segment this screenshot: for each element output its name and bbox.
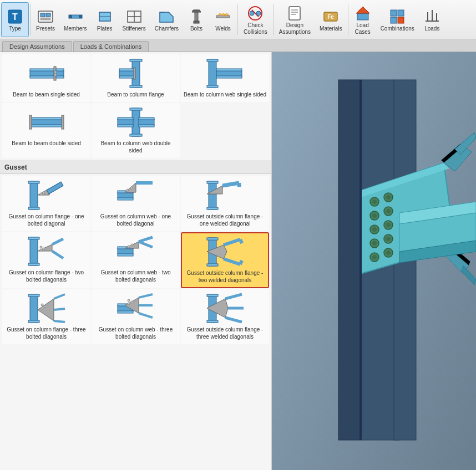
svg-rect-5 (40, 18, 50, 20)
gusset-col-flange-one-bolted-icon (27, 180, 66, 211)
beam-to-column-web-single-item[interactable]: Beam to column web single sided (181, 54, 269, 102)
svg-rect-33 (398, 10, 404, 16)
design-assumptions-label: DesignAssumptions (279, 22, 311, 35)
gusset-col-flange-one-bolted-item[interactable]: Gusset on column flange - one bolted dia… (2, 176, 90, 231)
svg-point-89 (130, 187, 133, 189)
svg-rect-44 (56, 70, 64, 76)
svg-line-125 (54, 294, 65, 299)
toolbar-loads-button[interactable]: Loads (419, 2, 445, 37)
svg-rect-62 (30, 119, 63, 125)
gusset-col-web-two-bolted-item[interactable]: Gusset on column web - two bolted diagon… (92, 232, 180, 288)
beam-to-column-flange-label: Beam to column flange (107, 91, 164, 98)
svg-rect-50 (130, 59, 142, 62)
svg-line-135 (139, 294, 153, 298)
toolbar-combinations-button[interactable]: Combinations (376, 2, 419, 37)
toolbar-type-button[interactable]: T Type (1, 2, 29, 37)
svg-rect-18 (194, 21, 199, 23)
toolbar: T Type Presets Members Plates (0, 0, 476, 40)
gusset-col-flange-one-bolted-label: Gusset on column flange - one bolted dia… (5, 213, 88, 227)
toolbar-members-button[interactable]: Members (59, 2, 92, 37)
svg-line-100 (52, 239, 63, 244)
gusset-col-web-one-bolted-item[interactable]: Gusset on column web - one bolted diagon… (92, 176, 180, 231)
tab-design-assumptions[interactable]: Design Assumptions (2, 41, 72, 52)
tab-loads-combinations[interactable]: Loads & Combinations (73, 41, 149, 52)
svg-rect-115 (207, 264, 218, 266)
gusset-col-web-two-bolted-icon (117, 236, 155, 267)
beam-to-beam-single-item[interactable]: Beam to beam single sided (2, 54, 90, 102)
sep4 (348, 4, 348, 35)
svg-rect-91 (207, 181, 218, 183)
svg-rect-58 (207, 85, 218, 88)
3d-view-panel (272, 52, 476, 470)
svg-line-101 (52, 251, 63, 258)
svg-line-145 (225, 294, 242, 299)
gusset-outside-col-flange-three-welded-item[interactable]: Gusset outside column flange - three wel… (181, 289, 269, 344)
beam-to-beam-double-icon (27, 107, 66, 137)
beam-to-column-web-single-icon (206, 58, 245, 89)
toolbar-load-cases-button[interactable]: LoadCases (350, 2, 376, 37)
svg-rect-51 (130, 85, 142, 88)
svg-rect-3 (40, 13, 45, 17)
gusset-col-web-three-bolted-item[interactable]: Gusset on column web - three bolted diag… (92, 289, 180, 344)
svg-rect-69 (130, 134, 142, 136)
svg-point-170 (372, 241, 377, 246)
beam-to-beam-single-icon (27, 58, 66, 89)
toolbar-welds-button[interactable]: Welds (210, 2, 236, 37)
svg-rect-56 (209, 59, 216, 88)
gusset-outside-col-flange-two-welded-item[interactable]: Gusset outside column flange - two welde… (181, 232, 269, 288)
toolbar-stiffeners-button[interactable]: Stiffeners (118, 2, 150, 37)
beam-to-column-web-double-label: Beam to column web double sided (94, 140, 177, 154)
svg-rect-80 (47, 182, 63, 194)
svg-line-117 (224, 239, 240, 245)
sep1 (30, 4, 31, 35)
svg-point-88 (126, 189, 129, 191)
gusset-outside-col-flange-three-welded-label: Gusset outside column flange - three wel… (184, 326, 266, 340)
svg-point-168 (372, 227, 377, 232)
svg-rect-133 (118, 311, 133, 313)
beam-to-column-flange-item[interactable]: Beam to column flange (92, 54, 180, 102)
svg-point-111 (128, 246, 130, 248)
beam-to-column-web-single-label: Beam to column web single sided (184, 91, 266, 98)
3d-view-svg (272, 52, 476, 470)
sep2 (237, 4, 238, 35)
svg-rect-43 (54, 67, 56, 80)
svg-point-47 (54, 71, 57, 73)
beam-to-column-web-double-item[interactable]: Beam to column web double sided (92, 103, 180, 158)
svg-rect-97 (28, 237, 39, 239)
gusset-col-flange-two-bolted-label: Gusset on column flange - two bolted dia… (5, 269, 88, 283)
bolts-icon (188, 8, 205, 25)
toolbar-presets-button[interactable]: Presets (32, 2, 59, 37)
loads-label: Loads (424, 25, 439, 32)
svg-rect-45 (56, 69, 64, 71)
svg-rect-76 (30, 181, 38, 210)
svg-rect-143 (207, 320, 218, 323)
toolbar-materials-button[interactable]: Fe Materials (315, 2, 347, 37)
svg-rect-30 (357, 13, 368, 20)
svg-rect-123 (28, 320, 39, 323)
svg-rect-40 (30, 70, 55, 76)
gusset-col-flange-two-bolted-item[interactable]: Gusset on column flange - two bolted dia… (2, 232, 90, 288)
svg-rect-41 (30, 69, 55, 71)
svg-rect-24 (289, 7, 300, 20)
design-assumptions-icon (286, 4, 303, 22)
gusset-outside-col-flange-one-welded-item[interactable]: Gusset outside column flange - one welde… (181, 176, 269, 231)
svg-marker-14 (160, 12, 173, 22)
toolbar-bolts-button[interactable]: Bolts (183, 2, 210, 37)
toolbar-plates-button[interactable]: Plates (92, 2, 118, 37)
svg-marker-31 (356, 7, 369, 13)
toolbar-design-assumptions-button[interactable]: DesignAssumptions (275, 2, 315, 37)
svg-marker-17 (192, 10, 201, 12)
type-label: Type (9, 25, 21, 32)
beam-to-beam-double-item[interactable]: Beam to beam double sided (2, 103, 90, 158)
toolbar-check-collisions-button[interactable]: CheckCollisions (239, 2, 272, 37)
svg-rect-142 (207, 294, 218, 297)
svg-line-120 (240, 260, 242, 264)
beam-to-beam-double-label: Beam to beam double sided (12, 140, 81, 147)
gusset-col-flange-three-bolted-item[interactable]: Gusset on column flange - three bolted d… (2, 289, 90, 344)
combinations-icon (388, 8, 406, 25)
svg-rect-46 (56, 76, 64, 78)
toolbar-chamfers-button[interactable]: Chamfers (150, 2, 183, 37)
svg-rect-42 (30, 76, 55, 78)
type-icon: T (6, 8, 24, 25)
svg-rect-60 (216, 69, 242, 71)
